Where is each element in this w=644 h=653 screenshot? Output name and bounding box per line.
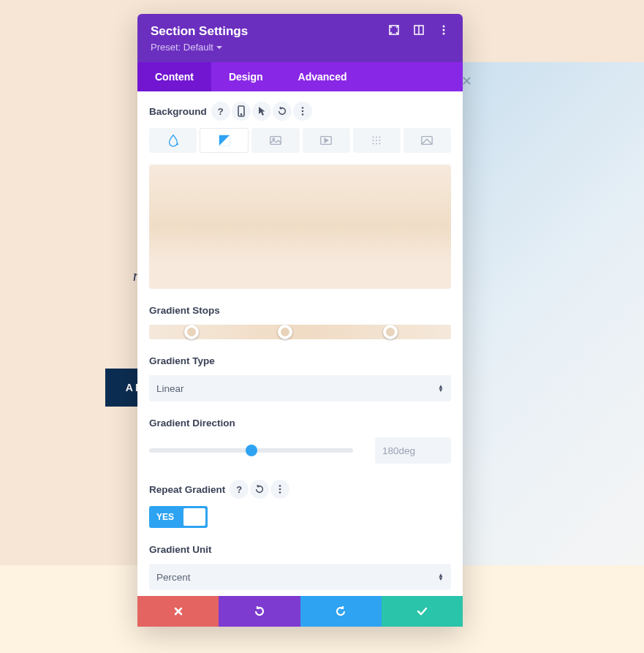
panel-footer bbox=[137, 596, 463, 627]
gradient-type-label: Gradient Type bbox=[149, 355, 451, 366]
bg-type-pattern[interactable] bbox=[353, 128, 401, 153]
svg-point-26 bbox=[279, 488, 281, 491]
section-settings-panel: Section Settings Preset: Default Content… bbox=[137, 14, 463, 627]
bg-type-gradient[interactable] bbox=[200, 128, 249, 153]
repeat-gradient-field: Repeat Gradient ? YES bbox=[149, 480, 451, 528]
gradient-stop-handle[interactable] bbox=[383, 325, 398, 339]
reset-icon[interactable] bbox=[250, 480, 269, 499]
gradient-stops-track[interactable] bbox=[149, 325, 451, 339]
svg-rect-12 bbox=[270, 137, 281, 145]
redo-button[interactable] bbox=[300, 596, 382, 627]
svg-point-17 bbox=[379, 137, 381, 138]
svg-point-22 bbox=[376, 143, 377, 145]
svg-point-23 bbox=[379, 143, 381, 145]
tab-design[interactable]: Design bbox=[211, 62, 281, 91]
header-tools bbox=[388, 24, 450, 36]
panel-header[interactable]: Section Settings Preset: Default bbox=[137, 14, 463, 62]
background-section-label: Background ? bbox=[149, 102, 451, 121]
gradient-direction-input[interactable]: 180deg bbox=[375, 437, 451, 464]
gradient-direction-field: Gradient Direction 180deg bbox=[149, 418, 451, 464]
svg-point-15 bbox=[373, 137, 374, 138]
save-button[interactable] bbox=[382, 596, 463, 627]
toggle-yes-label: YES bbox=[149, 512, 181, 522]
tab-advanced[interactable]: Advanced bbox=[281, 62, 365, 91]
svg-point-10 bbox=[301, 113, 303, 116]
gradient-type-field: Gradient Type Linear ▲▼ bbox=[149, 355, 451, 401]
gradient-direction-value: 180deg bbox=[382, 445, 415, 456]
gradient-type-select[interactable]: Linear ▲▼ bbox=[149, 375, 451, 401]
help-icon[interactable]: ? bbox=[211, 102, 230, 121]
bg-type-video[interactable] bbox=[303, 128, 350, 153]
snap-icon[interactable] bbox=[413, 24, 425, 36]
hover-icon[interactable] bbox=[252, 102, 271, 121]
svg-point-21 bbox=[373, 143, 374, 145]
gradient-stop-handle[interactable] bbox=[278, 325, 292, 339]
more-options-icon[interactable] bbox=[270, 480, 289, 499]
gradient-preview[interactable] bbox=[149, 165, 451, 289]
gradient-unit-value: Percent bbox=[156, 572, 191, 583]
preset-dropdown[interactable]: Preset: Default bbox=[151, 42, 222, 53]
gradient-type-value: Linear bbox=[156, 383, 184, 394]
panel-body: Background ? bbox=[137, 91, 463, 596]
repeat-gradient-label: Repeat Gradient bbox=[149, 484, 225, 495]
undo-button[interactable] bbox=[219, 596, 300, 627]
background-type-tabs bbox=[149, 128, 451, 153]
toggle-knob bbox=[183, 508, 205, 526]
select-arrows-icon: ▲▼ bbox=[438, 385, 444, 392]
svg-point-25 bbox=[279, 485, 281, 487]
gradient-unit-label: Gradient Unit bbox=[149, 544, 451, 555]
bg-type-color[interactable] bbox=[149, 128, 197, 153]
svg-point-18 bbox=[373, 140, 374, 141]
slider-handle[interactable] bbox=[246, 445, 257, 456]
svg-point-5 bbox=[443, 33, 445, 35]
svg-point-20 bbox=[379, 140, 381, 141]
bg-type-image[interactable] bbox=[251, 128, 299, 153]
select-arrows-icon: ▲▼ bbox=[438, 573, 444, 581]
svg-point-3 bbox=[443, 26, 445, 28]
expand-icon[interactable] bbox=[388, 24, 400, 36]
svg-point-19 bbox=[376, 140, 377, 141]
page-background-right bbox=[454, 62, 644, 574]
more-options-icon[interactable] bbox=[293, 102, 312, 121]
panel-tabs: Content Design Advanced bbox=[137, 62, 463, 91]
reset-icon[interactable] bbox=[273, 102, 292, 121]
svg-point-27 bbox=[279, 491, 281, 494]
gradient-unit-field: Gradient Unit Percent ▲▼ bbox=[149, 544, 451, 590]
help-icon[interactable]: ? bbox=[230, 480, 249, 499]
background-label-text: Background bbox=[149, 106, 207, 117]
svg-point-8 bbox=[301, 107, 303, 109]
gradient-direction-slider[interactable] bbox=[149, 448, 353, 453]
gradient-stop-handle[interactable] bbox=[184, 325, 199, 339]
responsive-icon[interactable] bbox=[232, 102, 251, 121]
tab-content[interactable]: Content bbox=[137, 62, 211, 91]
more-icon[interactable] bbox=[438, 24, 450, 36]
cancel-button[interactable] bbox=[137, 596, 219, 627]
gradient-stops-field: Gradient Stops bbox=[149, 305, 451, 339]
svg-point-16 bbox=[376, 137, 377, 138]
svg-point-9 bbox=[301, 110, 303, 113]
panel-title: Section Settings bbox=[151, 24, 248, 39]
bg-type-mask[interactable] bbox=[404, 128, 451, 153]
repeat-gradient-toggle[interactable]: YES bbox=[149, 506, 208, 528]
svg-point-7 bbox=[240, 114, 241, 115]
gradient-direction-label: Gradient Direction bbox=[149, 418, 451, 429]
gradient-unit-select[interactable]: Percent ▲▼ bbox=[149, 564, 451, 590]
svg-point-4 bbox=[443, 29, 445, 31]
svg-point-13 bbox=[273, 138, 274, 140]
gradient-stops-label: Gradient Stops bbox=[149, 305, 451, 316]
